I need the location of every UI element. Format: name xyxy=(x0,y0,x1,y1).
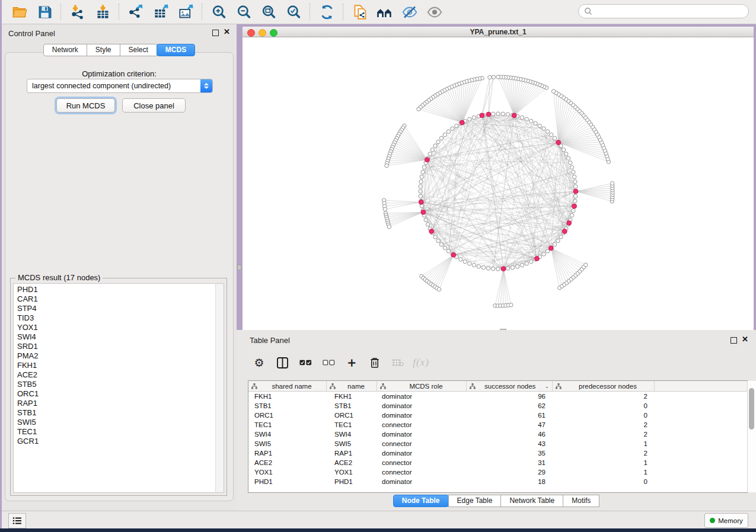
network-node[interactable] xyxy=(515,265,519,268)
export-table-icon[interactable] xyxy=(152,3,170,21)
mcds-result-item[interactable]: TID3 xyxy=(17,313,215,323)
hide-selected-icon[interactable] xyxy=(401,3,419,21)
mcds-hub-node[interactable] xyxy=(512,113,516,118)
network-leaf-node[interactable] xyxy=(385,164,388,167)
run-mcds-button[interactable]: Run MCDS xyxy=(56,98,115,113)
tab-style[interactable]: Style xyxy=(87,44,120,56)
network-node[interactable] xyxy=(421,170,425,174)
network-node[interactable] xyxy=(430,148,434,152)
network-node[interactable] xyxy=(534,121,537,125)
network-node[interactable] xyxy=(546,249,549,253)
memory-button[interactable]: Memory xyxy=(704,513,748,528)
network-leaf-node[interactable] xyxy=(610,181,614,185)
network-node[interactable] xyxy=(468,262,471,265)
mcds-hub-node[interactable] xyxy=(562,229,567,234)
network-node[interactable] xyxy=(542,252,546,256)
network-node[interactable] xyxy=(496,112,500,116)
mcds-result-item[interactable]: GCR1 xyxy=(17,437,215,446)
network-node[interactable] xyxy=(501,112,505,116)
table-row[interactable]: SWI4SWI4dominator462 xyxy=(248,430,747,439)
mcds-result-item[interactable]: FKH1 xyxy=(17,361,215,370)
float-table-panel-icon[interactable] xyxy=(731,337,737,344)
tab-motifs[interactable]: Motifs xyxy=(563,495,599,507)
show-columns-icon[interactable] xyxy=(276,355,289,370)
network-node[interactable] xyxy=(419,185,422,188)
float-panel-icon[interactable] xyxy=(212,30,219,36)
mcds-result-item[interactable]: SWI4 xyxy=(17,332,215,342)
column-header-shared-name[interactable]: shared name xyxy=(248,381,327,391)
network-node[interactable] xyxy=(436,239,440,242)
refresh-layout-icon[interactable] xyxy=(318,3,336,21)
network-node[interactable] xyxy=(428,152,432,156)
mcds-result-item[interactable]: STB5 xyxy=(17,380,215,389)
mcds-hub-node[interactable] xyxy=(480,113,484,118)
mcds-hub-node[interactable] xyxy=(572,204,577,209)
table-scrollbar-thumb[interactable] xyxy=(749,388,754,430)
network-node[interactable] xyxy=(451,127,454,130)
network-node[interactable] xyxy=(439,242,443,246)
network-node[interactable] xyxy=(419,190,422,193)
network-node[interactable] xyxy=(496,267,500,271)
network-node[interactable] xyxy=(506,113,509,116)
network-node[interactable] xyxy=(569,161,572,165)
network-node[interactable] xyxy=(573,180,577,183)
network-leaf-node[interactable] xyxy=(387,225,391,228)
table-row[interactable]: ACE2ACE2connector311 xyxy=(248,458,747,467)
tab-network[interactable]: Network xyxy=(43,44,87,56)
network-node[interactable] xyxy=(443,133,446,136)
mcds-result-item[interactable]: STP4 xyxy=(17,304,215,313)
criterion-select[interactable]: largest connected component (undirected) xyxy=(27,79,213,93)
network-node[interactable] xyxy=(472,263,476,267)
network-node[interactable] xyxy=(570,165,573,169)
table-row[interactable]: ORC1ORC1dominator610 xyxy=(248,411,747,420)
mcds-hub-node[interactable] xyxy=(548,246,553,251)
close-panel-icon[interactable]: ✕ xyxy=(224,27,230,36)
network-node[interactable] xyxy=(419,180,423,183)
network-node[interactable] xyxy=(529,119,533,123)
network-node[interactable] xyxy=(492,112,495,116)
network-node[interactable] xyxy=(570,213,573,217)
export-network-icon[interactable] xyxy=(127,3,145,21)
mcds-hub-node[interactable] xyxy=(429,229,434,234)
network-node[interactable] xyxy=(546,130,549,133)
mcds-result-list[interactable]: PHD1CAR1STP4TID3YOX1SWI4SRD1PMA2FKH1ACE2… xyxy=(13,283,224,493)
node-table[interactable]: shared namenameMCDS rolesuccessor nodes⌄… xyxy=(248,380,748,493)
network-leaf-node[interactable] xyxy=(551,89,555,93)
first-neighbors-icon[interactable] xyxy=(376,3,394,21)
network-node[interactable] xyxy=(538,124,541,127)
mcds-result-item[interactable]: ORC1 xyxy=(17,389,215,399)
column-header-name[interactable]: name xyxy=(327,381,377,391)
zoom-out-icon[interactable] xyxy=(235,3,253,21)
open-file-icon[interactable] xyxy=(11,3,28,21)
network-node[interactable] xyxy=(542,127,546,130)
table-scrollbar[interactable] xyxy=(747,381,756,492)
network-node[interactable] xyxy=(525,117,528,121)
mcds-result-item[interactable]: STB1 xyxy=(17,408,215,418)
network-node[interactable] xyxy=(463,259,467,263)
network-node[interactable] xyxy=(562,148,565,152)
table-row[interactable]: RAP1RAP1dominator352 xyxy=(248,448,747,458)
table-row[interactable]: PHD1PHD1dominator180 xyxy=(248,477,747,486)
network-node[interactable] xyxy=(436,140,440,143)
network-leaf-node[interactable] xyxy=(492,75,495,79)
network-node[interactable] xyxy=(572,209,575,212)
network-node[interactable] xyxy=(520,263,524,267)
network-node[interactable] xyxy=(424,218,428,222)
column-header-predecessor-nodes[interactable]: predecessor nodes xyxy=(553,381,655,391)
duplicate-network-icon[interactable] xyxy=(351,3,369,21)
network-node[interactable] xyxy=(506,267,509,270)
network-leaf-node[interactable] xyxy=(496,75,500,79)
export-image-icon[interactable] xyxy=(177,3,194,21)
mcds-hub-node[interactable] xyxy=(460,120,464,125)
zoom-fit-icon[interactable] xyxy=(260,3,277,21)
show-all-icon[interactable] xyxy=(426,3,444,21)
tab-edge-table[interactable]: Edge Table xyxy=(448,495,502,507)
mcds-result-item[interactable]: PMA2 xyxy=(17,351,215,361)
mcds-result-item[interactable]: TEC1 xyxy=(17,427,215,437)
mcds-result-item[interactable]: SRD1 xyxy=(17,342,215,351)
table-settings-icon[interactable]: ⚙ xyxy=(253,355,266,370)
network-node[interactable] xyxy=(566,156,570,160)
network-node[interactable] xyxy=(446,130,450,133)
mcds-result-item[interactable]: CAR1 xyxy=(17,294,215,304)
mcds-hub-node[interactable] xyxy=(421,210,426,214)
